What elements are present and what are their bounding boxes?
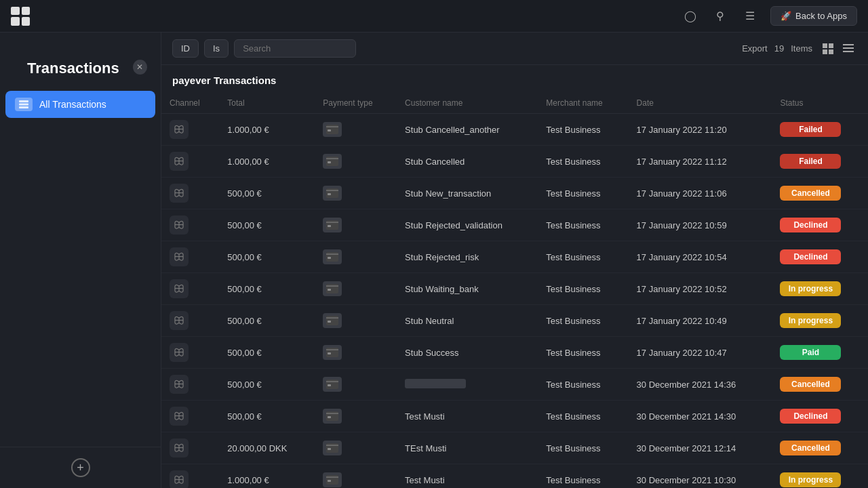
svg-rect-17 <box>328 161 331 163</box>
back-to-apps-button[interactable]: 🚀 Back to Apps <box>770 6 857 26</box>
list-layout-icon[interactable] <box>840 40 857 58</box>
cell-merchant-name: Test Business <box>538 178 628 209</box>
svg-rect-29 <box>328 257 331 259</box>
status-badge: Cancelled <box>780 377 841 392</box>
redacted-name <box>405 379 466 388</box>
channel-icon <box>170 120 189 139</box>
svg-rect-9 <box>843 51 854 52</box>
cell-status: Declined <box>772 401 868 432</box>
cell-status: Cancelled <box>772 178 868 209</box>
channel-icon <box>170 247 189 266</box>
status-badge: In progress <box>780 472 841 487</box>
cell-payment-type <box>315 146 397 178</box>
table-row[interactable]: 500,00 €Stub Rejected_riskTest Business1… <box>161 241 868 273</box>
cell-merchant-name: Test Business <box>538 401 628 432</box>
table-header-row: Channel Total Payment type Customer name… <box>161 93 868 114</box>
cell-status: Cancelled <box>772 432 868 464</box>
cell-merchant-name: Test Business <box>538 305 628 337</box>
table-row[interactable]: 500,00 €Test MustiTest Business30 Decemb… <box>161 401 868 432</box>
payment-card-icon <box>323 154 342 169</box>
svg-rect-5 <box>823 49 827 54</box>
cell-channel <box>161 146 219 178</box>
table-row[interactable]: 500,00 €Stub SuccessTest Business17 Janu… <box>161 337 868 369</box>
status-badge: Declined <box>780 249 841 264</box>
table-row[interactable]: 1.000,00 €Stub CancelledTest Business17 … <box>161 146 868 178</box>
cell-date: 30 December 2021 14:30 <box>629 401 772 432</box>
cell-status: Failed <box>772 114 868 146</box>
cell-merchant-name: Test Business <box>538 241 628 273</box>
cell-status: In progress <box>772 305 868 337</box>
cell-total: 500,00 € <box>219 401 315 432</box>
profile-icon[interactable]: ◯ <box>681 7 700 26</box>
channel-icon <box>170 375 189 394</box>
grid-layout-icon[interactable] <box>819 40 837 58</box>
menu-icon[interactable]: ☰ <box>741 7 760 26</box>
main-layout: Transactions ✕ All Transactions + ID Is <box>0 33 868 488</box>
search-icon[interactable]: ⚲ <box>711 7 730 26</box>
cell-customer-name: Stub Rejected_risk <box>397 241 538 273</box>
channel-icon <box>170 439 189 458</box>
cell-status: Declined <box>772 209 868 241</box>
cell-total: 500,00 € <box>219 178 315 209</box>
cell-status: Declined <box>772 241 868 273</box>
all-transactions-label: All Transactions <box>39 99 106 110</box>
transactions-icon <box>15 98 33 111</box>
cell-customer-name <box>397 369 538 401</box>
col-total: Total <box>219 93 315 114</box>
cell-status: In progress <box>772 464 868 489</box>
table-row[interactable]: 500,00 €Stub New_transactionTest Busines… <box>161 178 868 209</box>
sidebar-item-all-transactions[interactable]: All Transactions <box>5 91 155 118</box>
col-status: Status <box>772 93 868 114</box>
payment-card-icon <box>323 313 342 328</box>
cell-merchant-name: Test Business <box>538 209 628 241</box>
cell-date: 17 January 2022 10:52 <box>629 273 772 305</box>
cell-merchant-name: Test Business <box>538 432 628 464</box>
app-logo-icon <box>11 7 30 26</box>
table-row[interactable]: 1.000,00 €Stub Cancelled_anotherTest Bus… <box>161 114 868 146</box>
table-row[interactable]: 1.000,00 €Test MustiTest Business30 Dece… <box>161 464 868 489</box>
cell-customer-name: Stub Cancelled_another <box>397 114 538 146</box>
status-badge: Declined <box>780 218 841 232</box>
cell-status: Cancelled <box>772 369 868 401</box>
payment-card-icon <box>323 186 342 201</box>
table-row[interactable]: 500,00 €Stub Waiting_bankTest Business17… <box>161 273 868 305</box>
export-button[interactable]: Export <box>742 43 768 54</box>
sidebar: Transactions ✕ All Transactions + <box>0 33 161 488</box>
col-date: Date <box>629 93 772 114</box>
cell-total: 1.000,00 € <box>219 146 315 178</box>
table-row[interactable]: 20.000,00 DKKTEst MustiTest Business30 D… <box>161 432 868 464</box>
table-row[interactable]: 500,00 €Stub Rejected_validationTest Bus… <box>161 209 868 241</box>
col-customer-name: Customer name <box>397 93 538 114</box>
cell-status: Paid <box>772 337 868 369</box>
cell-date: 30 December 2021 14:36 <box>629 369 772 401</box>
table-row[interactable]: 500,00 €Stub NeutralTest Business17 Janu… <box>161 305 868 337</box>
cell-date: 17 January 2022 10:49 <box>629 305 772 337</box>
svg-rect-0 <box>19 100 28 102</box>
cell-payment-type <box>315 432 397 464</box>
status-badge: In progress <box>780 281 841 296</box>
sidebar-close-icon[interactable]: ✕ <box>133 60 147 75</box>
col-channel: Channel <box>161 93 219 114</box>
svg-rect-3 <box>823 43 827 48</box>
cell-customer-name: TEst Musti <box>397 432 538 464</box>
search-input[interactable] <box>234 39 356 58</box>
cell-channel <box>161 337 219 369</box>
cell-total: 500,00 € <box>219 305 315 337</box>
filter-right: Export 19 Items <box>742 40 857 58</box>
cell-total: 500,00 € <box>219 241 315 273</box>
table-row[interactable]: 500,00 €Test Business30 December 2021 14… <box>161 369 868 401</box>
top-navigation: ◯ ⚲ ☰ 🚀 Back to Apps <box>0 0 868 33</box>
id-filter[interactable]: ID <box>172 39 199 58</box>
nav-left <box>11 7 30 26</box>
cell-payment-type <box>315 337 397 369</box>
nav-right: ◯ ⚲ ☰ 🚀 Back to Apps <box>681 6 857 26</box>
svg-rect-6 <box>829 49 833 54</box>
svg-rect-21 <box>328 193 331 195</box>
cell-date: 30 December 2021 10:30 <box>629 464 772 489</box>
payment-card-icon <box>323 472 342 487</box>
status-badge: Paid <box>780 345 841 360</box>
cell-date: 17 January 2022 11:20 <box>629 114 772 146</box>
is-filter[interactable]: Is <box>204 39 229 58</box>
add-button[interactable]: + <box>71 458 90 477</box>
cell-merchant-name: Test Business <box>538 114 628 146</box>
